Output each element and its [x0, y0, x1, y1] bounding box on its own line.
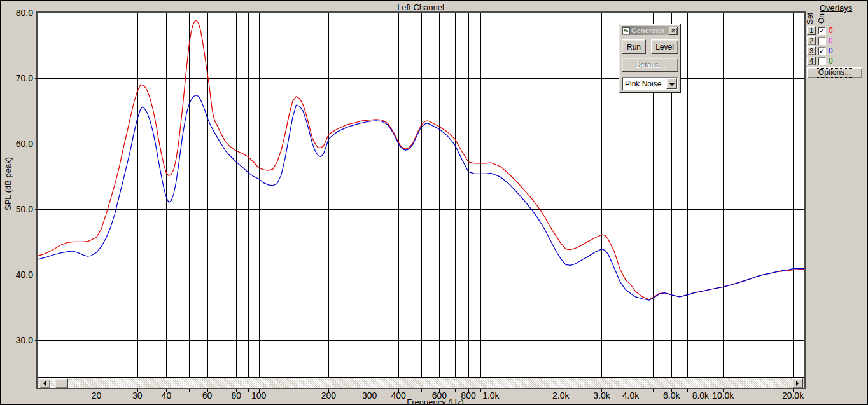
options-button[interactable]: Options...	[807, 67, 862, 78]
plot-area	[38, 13, 804, 377]
x-tick-label: 20	[92, 390, 102, 401]
x-tick-mark	[398, 389, 399, 392]
plot-frame	[36, 11, 806, 389]
x-tick-mark	[601, 389, 602, 392]
x-tick-mark	[701, 389, 701, 392]
generator-titlebar[interactable]: Generator ✕	[622, 26, 678, 35]
signal-select-value: Pink Noise	[622, 79, 666, 88]
x-tick-mark	[713, 389, 713, 392]
x-tick-mark	[248, 389, 249, 392]
overlay-row-4: 40	[807, 57, 833, 65]
spectrum-chart	[38, 13, 804, 377]
overlay-on-checkbox-4[interactable]	[818, 57, 826, 65]
x-tick-label: 2.0k	[552, 390, 569, 401]
overlay-row-1: 1✓0	[807, 26, 833, 35]
x-tick-label: 600	[432, 390, 447, 401]
x-tick-label: 80	[231, 390, 241, 401]
scrollbar-right-button[interactable]	[792, 378, 803, 388]
x-tick-label: 8.0k	[692, 390, 709, 401]
y-tick-mark	[35, 78, 38, 79]
y-tick-mark	[35, 144, 38, 144]
x-tick-mark	[491, 389, 491, 392]
x-tick-mark	[189, 389, 190, 392]
x-tick-mark	[439, 389, 440, 392]
x-tick-mark	[723, 389, 724, 392]
combo-drop-button[interactable]	[666, 78, 677, 89]
y-tick-label: 40.0	[1, 270, 33, 280]
overlay-row-3: 3✓0	[807, 46, 833, 55]
x-tick-label: 60	[202, 390, 213, 401]
x-tick-mark	[468, 389, 469, 392]
overlay-value-4: 0	[829, 57, 833, 65]
scrollbar-left-button[interactable]	[39, 378, 50, 388]
y-tick-label: 60.0	[1, 139, 33, 149]
y-tick-mark	[35, 340, 38, 341]
x-tick-mark	[455, 389, 456, 392]
x-tick-mark	[207, 389, 208, 392]
x-tick-mark	[653, 389, 654, 392]
x-tick-mark	[421, 389, 422, 392]
generator-title: Generator	[631, 27, 668, 34]
overlay-value-1: 0	[829, 26, 833, 35]
x-tick-label: 3.0k	[593, 390, 610, 401]
x-tick-mark	[223, 389, 223, 392]
overlays-col-on: On	[817, 9, 826, 28]
options-button-label: Options...	[816, 68, 853, 78]
overlay-value-2: 0	[829, 36, 833, 45]
x-tick-mark	[166, 389, 167, 392]
overlay-set-button-4[interactable]: 4	[807, 57, 816, 65]
x-tick-label: 20.0k	[782, 390, 804, 401]
x-tick-mark	[137, 389, 138, 392]
overlay-value-3: 0	[829, 46, 833, 55]
y-tick-label: 70.0	[1, 73, 33, 83]
x-tick-label: 1.0k	[482, 390, 499, 401]
y-tick-mark	[35, 209, 38, 210]
x-tick-label: 40	[162, 390, 172, 401]
x-tick-label: 200	[321, 390, 336, 401]
x-tick-mark	[370, 389, 370, 392]
arrow-right-icon	[796, 381, 799, 386]
overlay-on-checkbox-1[interactable]: ✓	[818, 27, 826, 35]
x-tick-label: 400	[391, 390, 406, 401]
generator-dialog: Generator ✕ Run Level Details... Pink No…	[619, 24, 681, 93]
x-tick-mark	[687, 389, 688, 392]
x-tick-mark	[480, 389, 481, 392]
overlays-col-set: Set	[806, 9, 815, 28]
signal-select[interactable]: Pink Noise	[622, 77, 678, 90]
chart-title: Left Channel	[397, 3, 444, 12]
x-tick-mark	[793, 389, 794, 392]
overlay-on-checkbox-2[interactable]	[818, 37, 826, 45]
scrollbar-thumb[interactable]	[55, 378, 68, 388]
arrow-left-icon	[43, 381, 46, 386]
y-tick-label: 80.0	[1, 8, 33, 18]
overlay-set-button-1[interactable]: 1	[807, 26, 816, 35]
chevron-down-icon	[669, 83, 675, 86]
details-button: Details...	[622, 58, 678, 72]
x-tick-label: 4.0k	[622, 390, 639, 401]
x-tick-label: 800	[461, 390, 475, 401]
x-tick-label: 100	[251, 390, 266, 401]
run-button[interactable]: Run	[622, 39, 646, 54]
waveform-icon	[622, 27, 630, 34]
gridlines	[38, 13, 804, 377]
level-button[interactable]: Level	[651, 39, 678, 54]
y-tick-label: 50.0	[1, 204, 33, 214]
y-tick-mark	[35, 13, 38, 13]
overlay-row-2: 20	[807, 36, 833, 45]
series-overlay-1-red	[38, 20, 804, 299]
x-tick-mark	[328, 389, 329, 392]
x-tick-label: 300	[362, 390, 377, 401]
x-tick-mark	[561, 389, 561, 392]
x-tick-mark	[631, 389, 631, 392]
app-window: Left Channel SPL (dB peak) Frequency (Hz…	[0, 0, 868, 405]
close-icon[interactable]: ✕	[669, 27, 678, 35]
frequency-scrollbar[interactable]	[38, 377, 804, 388]
overlay-set-button-3[interactable]: 3	[807, 46, 816, 55]
x-tick-label: 30	[132, 390, 143, 401]
x-tick-mark	[97, 389, 97, 392]
overlay-set-button-2[interactable]: 2	[807, 36, 816, 45]
overlay-on-checkbox-3[interactable]: ✓	[818, 47, 826, 55]
x-tick-label: 6.0k	[663, 390, 680, 401]
x-tick-mark	[236, 389, 237, 392]
y-tick-mark	[35, 275, 38, 275]
